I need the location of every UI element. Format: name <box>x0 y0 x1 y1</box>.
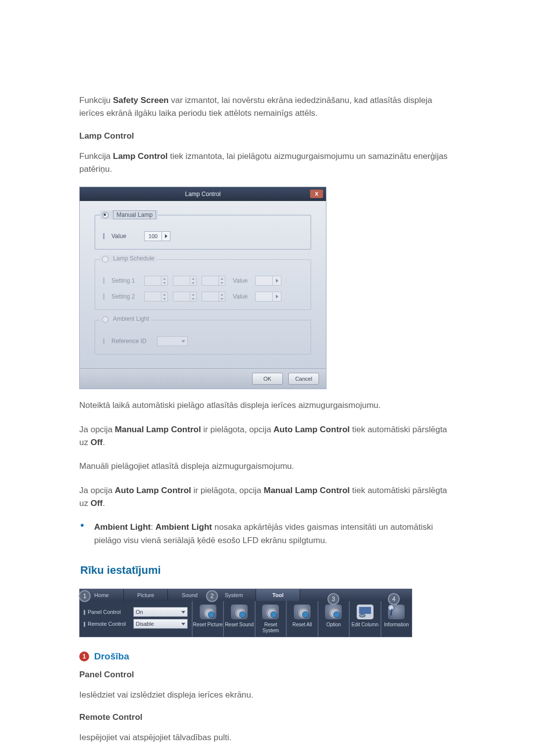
manual-adjust-paragraph: Manuāli pielāgojiet atlasītā displeja ai… <box>79 460 456 473</box>
tool-toolbar: 1 Home Picture Sound 2 System Tool 3 4 P… <box>79 589 412 637</box>
manual-lamp-label: Manual Lamp <box>113 210 156 219</box>
marker-4: 4 <box>388 593 400 605</box>
bullet-icon: • <box>79 521 94 547</box>
chevron-down-icon <box>181 623 185 625</box>
lamp-control-dialog: Lamp Control x Manual Lamp Value 100 <box>79 187 326 389</box>
setting2-value[interactable] <box>255 292 281 302</box>
lamp-schedule-label: Lamp Schedule <box>113 255 154 262</box>
option-icon <box>324 604 342 620</box>
ok-button[interactable]: OK <box>252 373 283 385</box>
setting2-min[interactable] <box>173 292 197 302</box>
manual-lamp-group: Manual Lamp Value 100 <box>95 215 311 250</box>
safety-screen-paragraph: Funkciju Safety Screen var izmantot, lai… <box>79 94 456 120</box>
panel-control-text: Ieslēdziet vai izslēdziet displeja ierīc… <box>79 689 456 702</box>
panel-control-label: Panel Control <box>84 609 133 615</box>
tab-tool[interactable]: Tool <box>256 589 300 601</box>
tab-system[interactable]: System <box>212 589 256 601</box>
reset-sound-button[interactable]: Reset Sound <box>224 601 255 637</box>
ambient-light-bullet: • Ambient Light: Ambient Light nosaka ap… <box>79 521 456 547</box>
dialog-footer: OK Cancel <box>80 368 326 389</box>
marker-3: 3 <box>327 593 339 605</box>
lamp-control-heading: Lamp Control <box>79 131 456 141</box>
remote-control-label: Remote Control <box>84 621 133 627</box>
information-button[interactable]: Information <box>381 601 412 637</box>
cancel-button[interactable]: Cancel <box>288 373 319 385</box>
lamp-schedule-group: Lamp Schedule Setting 1 Value Setting 2 <box>95 259 311 310</box>
reset-sound-icon <box>230 604 248 620</box>
remote-control-select[interactable]: Disable <box>133 619 188 629</box>
marker-1: 1 <box>79 590 91 602</box>
ambient-light-radio[interactable] <box>102 316 108 323</box>
edit-column-icon <box>356 604 374 620</box>
option-button[interactable]: Option <box>319 601 350 637</box>
remote-control-text: Iespējojiet vai atspējojiet tālvadības p… <box>79 731 456 744</box>
reset-picture-icon <box>199 604 217 620</box>
reference-id-label: Reference ID <box>111 338 152 345</box>
setting1-value[interactable] <box>255 276 281 286</box>
auto-to-manual-paragraph: Ja opcija Auto Lamp Control ir pielāgota… <box>79 484 456 510</box>
close-icon[interactable]: x <box>310 190 323 198</box>
auto-adjust-paragraph: Noteiktā laikā automātiski pielāgo atlas… <box>79 399 456 412</box>
panel-control-heading: Panel Control <box>79 670 456 680</box>
toolbar-tabs: 1 Home Picture Sound 2 System Tool 3 4 <box>80 589 412 601</box>
panel-control-select[interactable]: On <box>133 607 188 617</box>
security-panel: Panel Control On Remote Control Disable <box>80 601 193 637</box>
manual-to-auto-paragraph: Ja opcija Manual Lamp Control ir pielāgo… <box>79 423 456 450</box>
dialog-titlebar: Lamp Control x <box>80 187 326 201</box>
reset-picture-button[interactable]: Reset Picture <box>193 601 224 637</box>
reset-system-icon <box>262 604 279 620</box>
information-icon <box>387 604 405 620</box>
setting1-ampm[interactable] <box>202 276 225 286</box>
setting1-hour[interactable] <box>144 276 168 286</box>
arrow-right-icon[interactable] <box>161 232 170 241</box>
reset-all-button[interactable]: Reset All <box>287 601 318 637</box>
manual-lamp-radio[interactable] <box>102 212 108 218</box>
tool-settings-heading: Rīku iestatījumi <box>80 564 456 577</box>
edit-column-button[interactable]: Edit Column <box>350 601 381 637</box>
marker-2: 2 <box>206 590 218 602</box>
ambient-light-group: Ambient Light Reference ID <box>95 320 311 354</box>
section-number-badge: 1 <box>79 652 89 661</box>
tab-sound[interactable]: Sound <box>168 589 212 601</box>
tab-picture[interactable]: Picture <box>124 589 168 601</box>
reset-system-button[interactable]: Reset System <box>256 601 287 637</box>
setting2-hour[interactable] <box>144 292 168 302</box>
value-label: Value <box>111 233 139 240</box>
remote-control-heading: Remote Control <box>79 712 456 722</box>
setting1-min[interactable] <box>173 276 197 286</box>
setting1-label: Setting 1 <box>111 277 139 284</box>
lamp-schedule-radio[interactable] <box>102 256 108 262</box>
lamp-control-paragraph: Funkcija Lamp Control tiek izmantota, la… <box>79 150 456 176</box>
setting2-label: Setting 2 <box>111 293 139 300</box>
reset-all-icon <box>293 604 311 620</box>
chevron-down-icon <box>181 611 185 613</box>
ambient-light-label: Ambient Light <box>113 315 149 322</box>
reference-id-dropdown[interactable] <box>157 336 188 346</box>
setting2-ampm[interactable] <box>202 292 225 302</box>
value-stepper[interactable]: 100 <box>144 231 170 241</box>
section-1-heading: 1 Drošība <box>79 651 456 662</box>
